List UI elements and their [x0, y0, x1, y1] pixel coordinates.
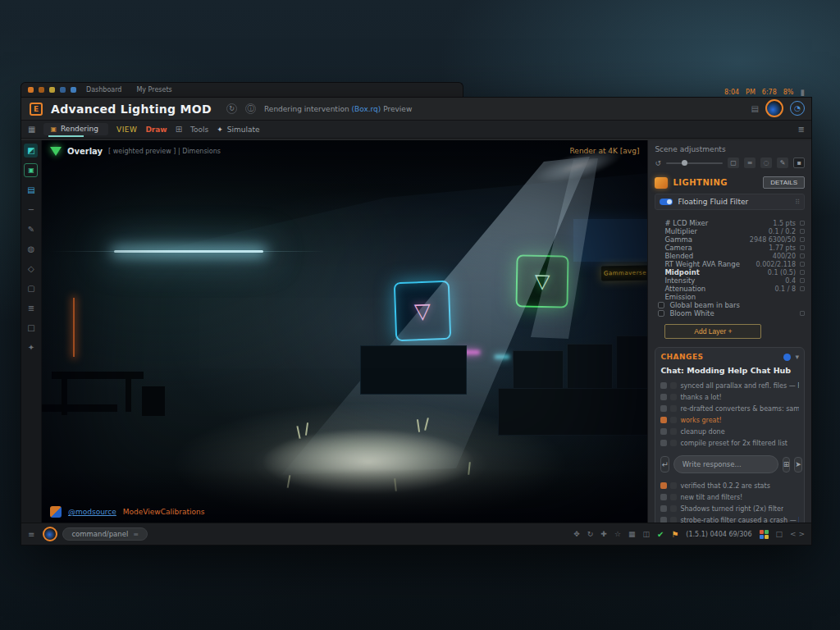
tab-dot-icon[interactable]	[28, 87, 34, 93]
return-icon[interactable]: ↵	[660, 456, 669, 472]
sync-ok-icon[interactable]: ✔	[657, 530, 664, 539]
rail-box-icon[interactable]: □	[24, 321, 38, 335]
property-row[interactable]: # LCD Mixer 1.5 pts	[655, 219, 805, 227]
chat-message[interactable]: Shadows turned right (2x) filter	[660, 503, 799, 514]
user-avatar[interactable]	[765, 99, 783, 117]
statusbar-avatar[interactable]	[43, 527, 57, 541]
details-button[interactable]: DETAILS	[763, 176, 805, 189]
solid-tool-icon[interactable]: ▪	[793, 158, 805, 168]
viewport-3d[interactable]: ▽ ▽ Gammaverse	[42, 140, 647, 526]
attach-icon[interactable]: ⊞	[783, 457, 791, 472]
cube-icon[interactable]: □	[776, 530, 783, 538]
checkbox-row[interactable]: Bloom White	[655, 309, 805, 317]
grid-icon[interactable]: ▦	[628, 530, 636, 538]
edit-tool-icon[interactable]: ✎	[777, 158, 788, 168]
frame-tool-icon[interactable]: ▢	[728, 158, 739, 168]
chat-message[interactable]: thanks a lot!	[660, 391, 799, 403]
mod-source-link[interactable]: @modsource	[68, 508, 116, 516]
printer-icon[interactable]: ▤	[751, 104, 759, 113]
rewind-icon[interactable]: ↺	[655, 159, 661, 167]
menu-item-presets[interactable]: My Presets	[131, 86, 176, 94]
user-pill[interactable]: command/panel ≡	[62, 527, 148, 541]
property-row[interactable]: Emission	[655, 293, 805, 301]
lines-tool-icon[interactable]: ≡	[744, 158, 756, 168]
send-icon[interactable]: ➤	[794, 457, 802, 472]
rail-profile-icon[interactable]: ◩	[24, 144, 38, 158]
tab-tools[interactable]: Tools	[190, 126, 208, 134]
rail-shield-icon[interactable]: ◇	[24, 262, 38, 276]
property-row[interactable]: Multiplier 0.1 / 0.2	[655, 227, 805, 235]
filter-toggle[interactable]	[660, 199, 673, 205]
property-icon[interactable]	[800, 245, 805, 250]
chat-message[interactable]: re-drafted converters & beams: same as f…	[660, 403, 799, 414]
tab-rendering[interactable]: ▣ Rendering	[43, 123, 108, 135]
panel-icon[interactable]: ◫	[642, 530, 650, 538]
chat-message[interactable]: synced all parallax and refl. files — Re…	[660, 380, 799, 391]
chevron-down-icon[interactable]: ▾	[795, 353, 799, 361]
rail-assets-icon[interactable]: ▣	[24, 163, 38, 177]
tab-dot-icon[interactable]	[49, 87, 55, 93]
redo-icon[interactable]: ↻	[587, 530, 594, 538]
tab-view[interactable]: VIEW	[116, 126, 137, 134]
property-icon[interactable]	[800, 229, 805, 234]
property-icon[interactable]	[800, 286, 805, 291]
chat-message[interactable]: verified that 0.2.2 are stats	[660, 480, 799, 491]
property-icon[interactable]	[800, 221, 805, 226]
property-row[interactable]: Camera 1.77 pts	[655, 244, 805, 252]
rail-list-icon[interactable]: ≣	[24, 301, 38, 315]
pill-menu-icon[interactable]: ≡	[133, 531, 139, 538]
rail-frame-icon[interactable]: ▢	[24, 281, 38, 295]
chat-input[interactable]	[673, 455, 778, 473]
tab-dot-icon[interactable]	[60, 87, 66, 93]
property-row[interactable]: Gamma 2948 6300/50	[655, 235, 805, 244]
plus-icon[interactable]: ✚	[600, 530, 607, 538]
flag-icon[interactable]: ⚑	[671, 530, 678, 539]
copy-icon[interactable]: ⊞	[176, 125, 182, 134]
checkbox[interactable]	[658, 310, 664, 317]
chat-message[interactable]: strobe-ratio filter caused a crash — bui…	[660, 514, 799, 523]
tab-dot-icon[interactable]	[39, 87, 44, 93]
add-layer-button[interactable]: Add Layer +	[664, 324, 761, 339]
checkbox[interactable]	[658, 302, 664, 308]
tab-dot-icon[interactable]	[71, 87, 76, 93]
star-icon[interactable]: ☆	[614, 530, 621, 538]
property-icon[interactable]	[800, 270, 805, 275]
rail-globe-icon[interactable]: ◍	[24, 242, 38, 256]
menu-list-icon[interactable]: ≣	[798, 125, 805, 134]
property-row[interactable]: Attenuation 0.1 / 8	[655, 285, 805, 293]
panel-slider[interactable]	[666, 162, 723, 164]
property-row[interactable]: RT Weight AVA Range 0.002/2.118	[655, 260, 805, 268]
chat-message[interactable]: new tilt and filters!	[660, 491, 799, 503]
slider-knob[interactable]	[682, 160, 687, 166]
tab-simulate[interactable]: ✦ Simulate	[217, 126, 259, 134]
menu-item-dashboard[interactable]: Dashboard	[81, 86, 126, 94]
rail-spark-icon[interactable]: ✦	[24, 340, 38, 354]
tab-draw[interactable]: Draw	[145, 126, 167, 134]
property-icon[interactable]	[800, 262, 805, 267]
list-icon[interactable]: ≡	[28, 530, 34, 539]
filter-row[interactable]: Floating Fluid Filter ⠿	[655, 194, 805, 210]
property-row[interactable]: Blended 400/20	[655, 252, 805, 260]
rail-brush-icon[interactable]: ✎	[24, 222, 38, 236]
refresh-icon[interactable]: ↻	[226, 103, 237, 114]
property-icon[interactable]	[800, 278, 805, 283]
property-row[interactable]: Midpoint 0.1 (0.5)	[655, 268, 805, 276]
chat-message[interactable]: compile preset for 2x filtered list	[660, 437, 799, 449]
chat-message[interactable]: works great!	[660, 414, 799, 426]
chat-status-icon[interactable]	[783, 354, 791, 361]
checkbox-row[interactable]: Global beam in bars	[655, 301, 805, 309]
move-icon[interactable]: ✥	[573, 530, 580, 538]
chat-message[interactable]: cleanup done	[660, 426, 799, 437]
property-icon[interactable]	[800, 253, 805, 258]
property-icon[interactable]	[800, 237, 805, 242]
drag-handle-icon[interactable]: ⠿	[795, 199, 800, 206]
code-icon[interactable]: < >	[790, 530, 805, 538]
center-status-link[interactable]: (Box.rq)	[351, 105, 381, 113]
grid-icon[interactable]: ▦	[28, 125, 35, 134]
apps-grid-icon[interactable]	[760, 530, 769, 539]
secondary-avatar-icon[interactable]: ◔	[790, 101, 805, 116]
property-row[interactable]: Intensity 0.4	[655, 276, 805, 285]
rail-layers-icon[interactable]: ▤	[24, 183, 38, 197]
info-icon[interactable]: ⓘ	[245, 103, 256, 114]
circle-tool-icon[interactable]: ◌	[760, 158, 772, 168]
